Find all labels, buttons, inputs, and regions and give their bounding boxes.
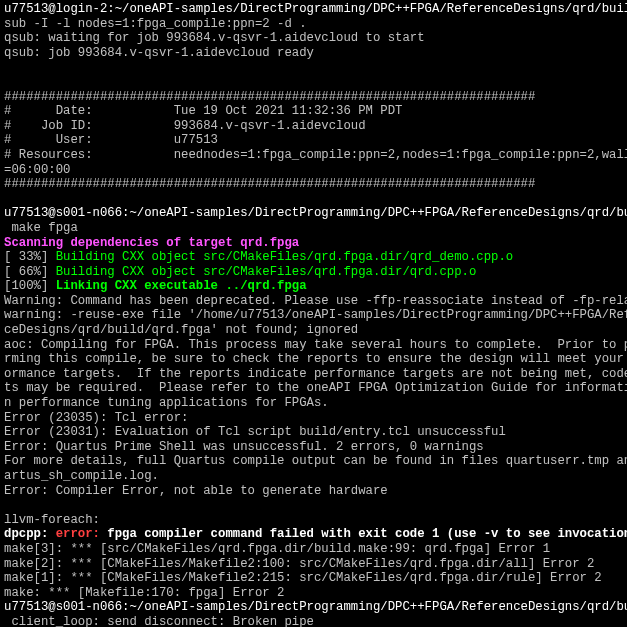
terminal-text: make: *** [Makefile:170: fpga] Error 2: [4, 586, 284, 600]
terminal-line: Scanning dependencies of target qrd.fpga: [4, 236, 623, 251]
terminal-line: warning: -reuse-exe file '/home/u77513/o…: [4, 308, 623, 323]
terminal-text: make fpga: [4, 221, 78, 235]
terminal-line: llvm-foreach:: [4, 513, 623, 528]
terminal-text: u77513@login-2:~/oneAPI-samples/DirectPr…: [4, 2, 627, 16]
terminal-line: [ 33%] Building CXX object src/CMakeFile…: [4, 250, 623, 265]
terminal-text: [100%]: [4, 279, 56, 293]
terminal-line: client_loop: send disconnect: Broken pip…: [4, 615, 623, 627]
terminal-line: ########################################…: [4, 90, 623, 105]
terminal-text: ########################################…: [4, 177, 535, 191]
terminal-line: qsub: waiting for job 993684.v-qsvr-1.ai…: [4, 31, 623, 46]
terminal-text: u77513@s001-n066:~/oneAPI-samples/Direct…: [4, 600, 627, 614]
terminal-line: For more details, full Quartus compile o…: [4, 454, 623, 469]
terminal-line: n performance tuning applications for FP…: [4, 396, 623, 411]
terminal-line: # Date: Tue 19 Oct 2021 11:32:36 PM PDT: [4, 104, 623, 119]
terminal-line: # Resources: neednodes=1:fpga_compile:pp…: [4, 148, 623, 163]
terminal-text: make[2]: *** [CMakeFiles/Makefile2:100: …: [4, 557, 594, 571]
terminal-text: n performance tuning applications for FP…: [4, 396, 329, 410]
terminal-text: [ 66%]: [4, 265, 56, 279]
terminal-line: ########################################…: [4, 177, 623, 192]
terminal-line: u77513@s001-n066:~/oneAPI-samples/Direct…: [4, 206, 623, 221]
terminal-line: ormance targets. If the reports indicate…: [4, 367, 623, 382]
terminal-text: Error (23035): Tcl error:: [4, 411, 188, 425]
terminal-text: # User: u77513: [4, 133, 218, 147]
terminal-line: [4, 498, 623, 513]
terminal-text: aoc: Compiling for FPGA. This process ma…: [4, 338, 627, 352]
terminal-line: ceDesigns/qrd/build/qrd.fpga' not found;…: [4, 323, 623, 338]
terminal-line: Error: Compiler Error, not able to gener…: [4, 484, 623, 499]
terminal-line: [4, 192, 623, 207]
terminal-output[interactable]: u77513@login-2:~/oneAPI-samples/DirectPr…: [0, 0, 627, 627]
terminal-line: Error: Quartus Prime Shell was unsuccess…: [4, 440, 623, 455]
terminal-text: sub -I -l nodes=1:fpga_compile:ppn=2 -d …: [4, 17, 307, 31]
terminal-text: ceDesigns/qrd/build/qrd.fpga' not found;…: [4, 323, 358, 337]
terminal-text: qsub: job 993684.v-qsvr-1.aidevcloud rea…: [4, 46, 314, 60]
terminal-line: u77513@login-2:~/oneAPI-samples/DirectPr…: [4, 2, 623, 17]
terminal-text: Error: Quartus Prime Shell was unsuccess…: [4, 440, 484, 454]
terminal-line: Error (23035): Tcl error:: [4, 411, 623, 426]
terminal-text: For more details, full Quartus compile o…: [4, 454, 627, 468]
terminal-text: Error: Compiler Error, not able to gener…: [4, 484, 388, 498]
terminal-line: =06:00:00: [4, 163, 623, 178]
terminal-line: aoc: Compiling for FPGA. This process ma…: [4, 338, 623, 353]
terminal-line: [ 66%] Building CXX object src/CMakeFile…: [4, 265, 623, 280]
terminal-text: # Resources: neednodes=1:fpga_compile:pp…: [4, 148, 627, 162]
terminal-line: # Job ID: 993684.v-qsvr-1.aidevcloud: [4, 119, 623, 134]
terminal-line: ts may be required. Please refer to the …: [4, 381, 623, 396]
terminal-text: error:: [56, 527, 108, 541]
terminal-text: ormance targets. If the reports indicate…: [4, 367, 627, 381]
terminal-line: rming this compile, be sure to check the…: [4, 352, 623, 367]
terminal-line: # User: u77513: [4, 133, 623, 148]
terminal-text: Building CXX object src/CMakeFiles/qrd.f…: [56, 265, 477, 279]
terminal-text: Error (23031): Evaluation of Tcl script …: [4, 425, 506, 439]
terminal-line: make[2]: *** [CMakeFiles/Makefile2:100: …: [4, 557, 623, 572]
terminal-text: Scanning dependencies of target qrd.fpga: [4, 236, 299, 250]
terminal-line: [100%] Linking CXX executable ../qrd.fpg…: [4, 279, 623, 294]
terminal-text: rming this compile, be sure to check the…: [4, 352, 627, 366]
terminal-text: ts may be required. Please refer to the …: [4, 381, 627, 395]
terminal-text: Warning: Command has been deprecated. Pl…: [4, 294, 627, 308]
terminal-line: make[1]: *** [CMakeFiles/Makefile2:215: …: [4, 571, 623, 586]
terminal-line: make: *** [Makefile:170: fpga] Error 2: [4, 586, 623, 601]
terminal-text: dpcpp:: [4, 527, 56, 541]
terminal-line: u77513@s001-n066:~/oneAPI-samples/Direct…: [4, 600, 623, 615]
terminal-line: Warning: Command has been deprecated. Pl…: [4, 294, 623, 309]
terminal-text: make[3]: *** [src/CMakeFiles/qrd.fpga.di…: [4, 542, 550, 556]
terminal-line: [4, 60, 623, 75]
terminal-text: ########################################…: [4, 90, 535, 104]
terminal-line: artus_sh_compile.log.: [4, 469, 623, 484]
terminal-text: # Date: Tue 19 Oct 2021 11:32:36 PM PDT: [4, 104, 402, 118]
terminal-text: warning: -reuse-exe file '/home/u77513/o…: [4, 308, 627, 322]
terminal-text: Building CXX object src/CMakeFiles/qrd.f…: [56, 250, 514, 264]
terminal-text: =06:00:00: [4, 163, 70, 177]
terminal-line: qsub: job 993684.v-qsvr-1.aidevcloud rea…: [4, 46, 623, 61]
terminal-text: u77513@s001-n066:~/oneAPI-samples/Direct…: [4, 206, 627, 220]
terminal-line: sub -I -l nodes=1:fpga_compile:ppn=2 -d …: [4, 17, 623, 32]
terminal-text: # Job ID: 993684.v-qsvr-1.aidevcloud: [4, 119, 366, 133]
terminal-line: make fpga: [4, 221, 623, 236]
terminal-text: make[1]: *** [CMakeFiles/Makefile2:215: …: [4, 571, 602, 585]
terminal-text: artus_sh_compile.log.: [4, 469, 159, 483]
terminal-text: client_loop: send disconnect: Broken pip…: [4, 615, 314, 627]
terminal-text: [ 33%]: [4, 250, 56, 264]
terminal-text: fpga compiler command failed with exit c…: [107, 527, 627, 541]
terminal-text: qsub: waiting for job 993684.v-qsvr-1.ai…: [4, 31, 425, 45]
terminal-line: make[3]: *** [src/CMakeFiles/qrd.fpga.di…: [4, 542, 623, 557]
terminal-text: Linking CXX executable ../qrd.fpga: [56, 279, 307, 293]
terminal-text: llvm-foreach:: [4, 513, 100, 527]
terminal-line: Error (23031): Evaluation of Tcl script …: [4, 425, 623, 440]
terminal-line: dpcpp: error: fpga compiler command fail…: [4, 527, 623, 542]
terminal-line: [4, 75, 623, 90]
